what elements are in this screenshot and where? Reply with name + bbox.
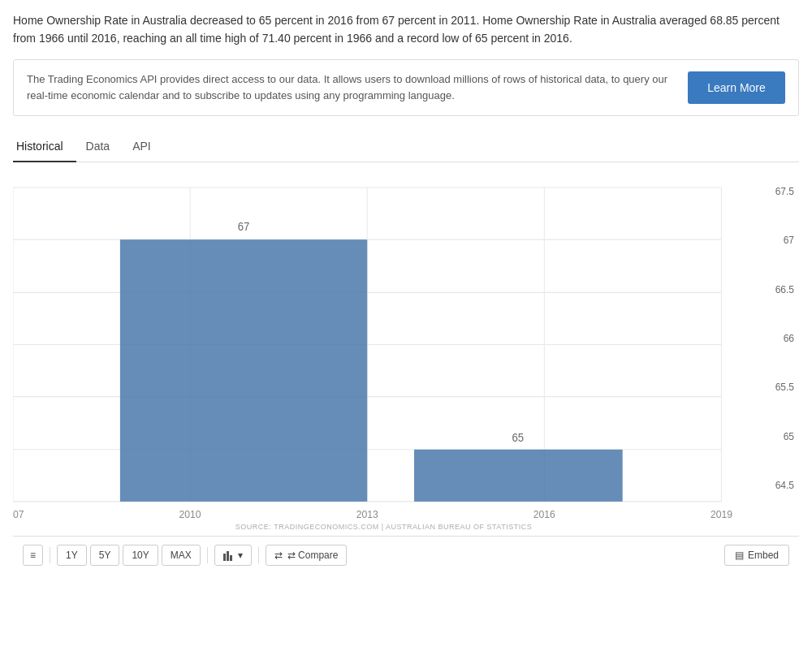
api-banner: The Trading Economics API provides direc… [13, 59, 799, 116]
embed-button[interactable]: ▤ Embed [724, 545, 789, 566]
svg-text:2013: 2013 [356, 507, 378, 520]
bar-2016 [414, 450, 623, 502]
tab-data[interactable]: Data [83, 131, 123, 162]
y-label-665: 66.5 [775, 285, 794, 295]
5y-button[interactable]: 5Y [90, 545, 120, 566]
svg-rect-19 [223, 554, 226, 561]
svg-text:67: 67 [238, 221, 250, 234]
y-label-65: 65 [784, 432, 794, 442]
10y-button[interactable]: 10Y [123, 545, 158, 566]
toolbar-right: ▤ Embed [724, 545, 789, 566]
max-button[interactable]: MAX [162, 545, 201, 566]
compare-label: ⇄ Compare [287, 550, 339, 561]
y-label-675: 67.5 [775, 187, 794, 196]
y-axis: 67.5 67 66.5 66 65.5 65 64.5 [754, 179, 799, 520]
y-label-645: 64.5 [775, 481, 794, 490]
y-label-66: 66 [784, 334, 794, 343]
compare-icon: ⇄ [274, 550, 283, 561]
learn-more-button[interactable]: Learn More [688, 71, 785, 104]
tab-bar: Historical Data API [13, 131, 799, 162]
chart-area: 67 65 2007 2010 2013 2016 2019 [13, 162, 799, 531]
svg-text:2016: 2016 [533, 507, 555, 520]
hamburger-button[interactable]: ≡ [23, 545, 43, 566]
chart-plot: 67 65 2007 2010 2013 2016 2019 [13, 179, 754, 520]
chart-svg: 67 65 2007 2010 2013 2016 2019 [13, 179, 754, 520]
api-banner-text: The Trading Economics API provides direc… [27, 71, 672, 104]
page-description: Home Ownership Rate in Australia decreas… [13, 11, 799, 48]
chart-source: SOURCE: TRADINGECONOMICS.COM | AUSTRALIA… [13, 523, 799, 531]
toolbar-left: ≡ 1Y 5Y 10Y MAX ▾ ⇄ ⇄ Compare [23, 545, 724, 566]
chart-type-arrow: ▾ [238, 550, 243, 561]
toolbar-separator-1 [50, 547, 50, 563]
svg-text:2010: 2010 [179, 507, 201, 520]
svg-rect-20 [227, 551, 229, 561]
svg-text:2007: 2007 [13, 507, 24, 520]
y-label-655: 65.5 [775, 382, 794, 392]
compare-button[interactable]: ⇄ ⇄ Compare [266, 545, 348, 566]
toolbar-separator-2 [207, 547, 208, 563]
chart-wrapper: 67 65 2007 2010 2013 2016 2019 [13, 179, 799, 520]
svg-text:2019: 2019 [710, 507, 732, 520]
bar-chart-icon [223, 550, 235, 561]
toolbar-separator-3 [258, 547, 259, 563]
embed-label: Embed [748, 550, 779, 561]
chart-toolbar: ≡ 1Y 5Y 10Y MAX ▾ ⇄ ⇄ Compare [13, 536, 799, 574]
tab-historical[interactable]: Historical [13, 131, 76, 162]
chart-type-button[interactable]: ▾ [214, 545, 252, 566]
svg-text:65: 65 [512, 431, 525, 444]
tab-api[interactable]: API [129, 131, 164, 162]
bar-2010 [120, 239, 367, 502]
svg-rect-21 [230, 555, 232, 561]
y-label-67: 67 [784, 235, 794, 245]
embed-icon: ▤ [735, 550, 744, 561]
1y-button[interactable]: 1Y [57, 545, 87, 566]
